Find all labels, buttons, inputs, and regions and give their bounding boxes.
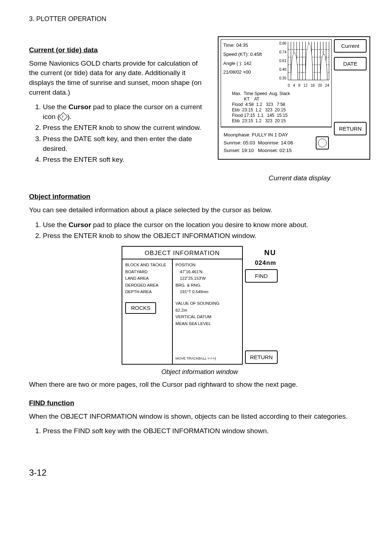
find-heading: FIND function — [29, 398, 370, 408]
tide-table: Max. Time Speed Aug. Slack KT AT Flood 4… — [223, 88, 329, 124]
current-icon — [59, 112, 68, 121]
current-caption: Current data display — [29, 173, 370, 183]
current-info: Time: 04:35 Speed (KT): 0.45ft Angle ( )… — [223, 41, 274, 88]
obj-category-list: BLOCK AND TACKLE BOATYARD LAND AREA DERD… — [122, 259, 173, 364]
x-ticks: 0 4 8 12 16 20 24 — [288, 83, 329, 88]
moon-info: Moonphase: FULLY IN 1 DAY Sunrise: 05:03… — [221, 127, 332, 155]
object-info-display: OBJECT INFORMATION BLOCK AND TACKLE BOAT… — [122, 246, 278, 365]
current-mini-chart: 0.86 0.74 0.61 0.48 0.35 — [278, 41, 329, 88]
obj-range: 024nm — [245, 259, 278, 267]
current-step-1: Use the Cursor pad to place the cursor o… — [43, 102, 207, 122]
obj-step-2: Press the ENTER knob to show the OBJECT … — [43, 231, 370, 241]
obj-caption: Object information window — [29, 368, 370, 377]
chart-plot-area — [288, 42, 329, 80]
find-step-1: Press the FIND soft key with the OBJECT … — [43, 426, 370, 436]
obj-move-hint: MOVE TRACKBALL <-/->) — [176, 356, 216, 361]
current-step-4: Press the ENTER soft key. — [43, 155, 207, 165]
obj-selected[interactable]: ROCKS — [125, 302, 156, 314]
obj-heading: Object information — [29, 192, 370, 202]
current-intro: Some Navionics GOLD charts provide for c… — [29, 59, 207, 97]
moon-icon — [316, 136, 329, 149]
obj-steps: Use the Cursor pad to place the cursor o… — [29, 220, 370, 241]
softkey-current[interactable]: Current — [334, 39, 367, 53]
current-heading: Current (or tide) data — [29, 45, 207, 55]
current-display: Time: 04:35 Speed (KT): 0.45ft Angle ( )… — [218, 36, 370, 160]
find-steps: Press the FIND soft key with the OBJECT … — [29, 426, 370, 436]
obj-intro: You can see detailed information about a… — [29, 205, 370, 215]
current-steps: Use the Cursor pad to place the cursor o… — [29, 102, 207, 165]
obj-after: When there are two or more pages, roll t… — [29, 380, 370, 390]
obj-nu: NU — [245, 249, 278, 257]
softkey-return[interactable]: RETURN — [334, 122, 367, 135]
obj-window-title: OBJECT INFORMATION — [122, 249, 242, 258]
softkey-date[interactable]: DATE — [334, 57, 367, 70]
current-step-2: Press the ENTER knob to show the current… — [43, 123, 207, 133]
softkey-find[interactable]: FIND — [245, 269, 278, 283]
find-intro: When the OBJECT INFORMATION window is sh… — [29, 412, 370, 422]
obj-details: POSITION 47˚16.461'N 122˚25.153'W BRG. &… — [173, 259, 242, 364]
y-ticks: 0.86 0.74 0.61 0.48 0.35 — [277, 41, 286, 81]
current-step-3: Press the DATE soft key, and then enter … — [43, 134, 207, 153]
page-number: 3-12 — [29, 467, 370, 479]
current-chart-box: Time: 04:35 Speed (KT): 0.45ft Angle ( )… — [221, 39, 332, 127]
softkey-return-2[interactable]: RETURN — [245, 350, 278, 364]
obj-step-1: Use the Cursor pad to place the cursor o… — [43, 220, 370, 230]
section-header: 3. PLOTTER OPERATION — [29, 15, 370, 24]
